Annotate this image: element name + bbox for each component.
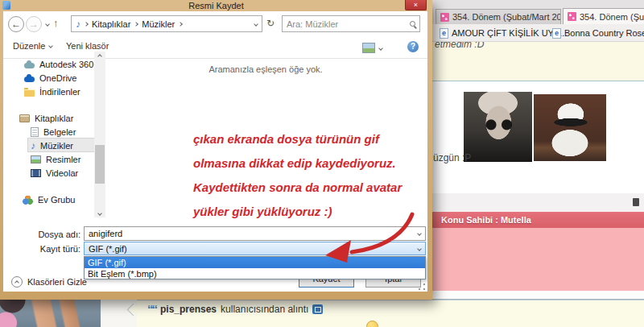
chevron-down-icon [97,211,102,216]
webpage-icon: e [440,28,448,39]
sidebar-item-label: Autodesk 360 [39,60,93,69]
breadcrumb-libraries[interactable]: Kitaplıklar [92,19,130,29]
filename-dropdown-icon[interactable] [417,231,422,236]
webpage-icon: e [552,28,561,39]
save-dialog: Resmi Kaydet × ← → ↑ ♪ Kitaplıklar Müzik… [0,0,432,300]
organize-label: Düzenle [13,41,45,51]
new-folder-label: Yeni klasör [66,41,109,51]
sidebar-item-documents[interactable]: Belgeler [31,126,76,139]
smiley-emoji [366,321,378,327]
breadcrumb-arrow-icon [178,22,183,27]
new-folder-button[interactable]: Yeni klasör [66,41,109,51]
annotation-text: çıkan ekranda dosya türünün gif olmasına… [193,127,419,224]
post-action-icon[interactable] [633,198,639,206]
avatar-image-legs [0,300,101,327]
scrollbar-thumb[interactable] [95,145,105,184]
section-divider [432,291,644,300]
post-image-woman [464,92,532,162]
sidebar-item-label: Belgeler [43,127,76,137]
sidebar-item-label: Videolar [46,168,78,178]
sidebar-item-videos[interactable]: Videolar [31,167,78,180]
dropdown-option-gif[interactable]: GIF (*.gif) [85,257,425,268]
sidebar-item-autodesk360[interactable]: Autodesk 360 [24,58,93,71]
filetype-value: GIF (*.gif) [89,244,127,254]
filetype-dropdown-list: GIF (*.gif) Bit Eşlem (*.bmp) [84,256,426,279]
dialog-titlebar[interactable]: Resmi Kaydet × [0,0,432,11]
bookmark-label: Bonna Country Rose Cro... [564,28,644,38]
quote-suffix: kullanıcısından alıntı [221,304,308,315]
annotation-line: yükler gibi yüklüyoruz :) [193,200,419,224]
post-footer-bar [432,193,644,212]
close-button[interactable]: × [405,0,427,10]
filename-field[interactable] [84,226,426,241]
music-note-icon: ♪ [31,140,35,151]
sidebar-scrollbar[interactable] [94,52,105,217]
documents-icon [31,127,39,137]
annotation-line: Kaydettikten sonra da normal avatar [193,176,419,200]
filetype-combobox[interactable]: GIF (*.gif) [84,242,426,255]
view-post-icon[interactable] [312,304,323,314]
downloads-folder-icon [24,89,35,97]
post-image-cat [534,94,606,161]
search-box[interactable] [282,15,420,32]
sidebar-item-libraries[interactable]: Kitaplıklar [19,112,73,125]
post-snippet-text: etmedim :D [435,42,484,50]
search-input[interactable] [287,19,410,29]
refresh-button[interactable]: ↻ [266,18,275,29]
annotation-line: çıkan ekranda dosya türünün gif [193,127,419,151]
filetype-dropdown-icon[interactable] [417,246,422,251]
filetype-label: Kayıt türü: [16,244,80,254]
sidebar-item-downloads[interactable]: İndirilenler [24,85,80,98]
hide-folders-button[interactable]: Klasörleri Gizle [11,276,87,288]
sidebar-item-label: Müzikler [40,141,73,151]
dropdown-option-bmp[interactable]: Bit Eşlem (*.bmp) [85,268,425,279]
screenshot-root: 354. Dönem (Şubat/Mart 2014)... 354. Dön… [0,0,644,327]
sidebar-item-label: Ev Grubu [38,195,75,205]
browser-tab-inactive[interactable]: 354. Dönem (Şubat/Mart 2014)... [436,9,561,24]
sidebar-item-label: İndirilenler [39,87,80,97]
bookmark-item[interactable]: e AMOUR ÇİFT KİŞİLİK UYK... [440,27,567,39]
sidebar-item-pictures[interactable]: Resimler [31,153,80,166]
filename-input[interactable] [89,229,418,238]
homegroup-icon [23,196,33,205]
nav-history-chevron-icon[interactable] [45,22,50,27]
change-view-icon[interactable] [362,43,375,53]
chevron-up-icon [14,280,19,285]
tab-label: 354. Dönem (Şubat/Mart 2014)... [452,12,561,22]
forum-post-box: etmedim :D [432,42,644,81]
hide-folders-icon [11,276,23,288]
autodesk-cloud-icon [24,63,35,68]
music-library-icon: ♪ [76,19,80,30]
forward-button[interactable]: → [26,16,42,32]
organize-menu[interactable]: Düzenle [13,41,52,51]
search-icon [410,21,415,27]
up-button[interactable]: ↑ [53,17,59,29]
chevron-down-icon [49,43,54,48]
address-bar[interactable]: ♪ Kitaplıklar Müzikler [71,15,262,32]
views-chevron-icon[interactable] [378,46,383,51]
bookmark-item[interactable]: e Bonna Country Rose Cro... [552,27,644,39]
post-caption: üzgün :P [433,152,471,164]
browser-tab-active[interactable]: 354. Dönem (Şubat/M [563,8,644,24]
bookmark-label: AMOUR ÇİFT KİŞİLİK UYK... [452,28,567,38]
sidebar-item-label: Kitaplıklar [35,114,73,123]
address-dropdown-icon[interactable] [254,22,258,27]
forum-favicon [440,13,449,22]
empty-results-message: Aramanızla eşleşen öğe yok. [108,64,423,74]
pictures-icon [31,155,41,164]
dialog-title: Resmi Kaydet [0,0,432,11]
sidebar-item-onedrive[interactable]: OneDrive [24,72,76,85]
videos-icon [31,169,41,177]
help-icon[interactable]: ? [407,41,419,52]
scroll-down-button[interactable] [94,209,105,217]
libraries-icon [19,114,30,122]
scroll-up-button[interactable] [94,52,105,60]
hide-folders-label: Klasörleri Gizle [27,277,87,287]
quote-header: ““ pis_prenses kullanıcısından alıntı [147,304,323,315]
breadcrumb-music[interactable]: Müzikler [142,19,175,29]
sidebar-item-music[interactable]: ♪ Müzikler [31,139,73,152]
forum-favicon [568,12,576,21]
sidebar-item-homegroup[interactable]: Ev Grubu [23,193,75,206]
onedrive-cloud-icon [24,77,35,82]
back-button[interactable]: ← [8,16,24,32]
